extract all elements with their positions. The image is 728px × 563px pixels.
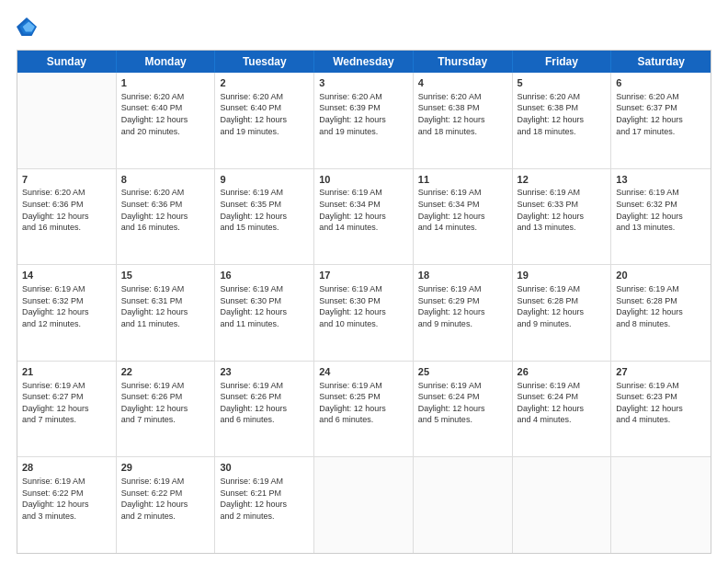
page: SundayMondayTuesdayWednesdayThursdayFrid… bbox=[0, 0, 728, 563]
logo-icon bbox=[17, 17, 37, 37]
day-number: 24 bbox=[319, 365, 408, 379]
day-cell-27: 27Sunrise: 6:19 AM Sunset: 6:23 PM Dayli… bbox=[611, 362, 711, 457]
empty-cell-4-3 bbox=[314, 457, 414, 553]
day-number: 26 bbox=[518, 365, 607, 379]
day-cell-25: 25Sunrise: 6:19 AM Sunset: 6:24 PM Dayli… bbox=[414, 362, 513, 457]
day-cell-5: 5Sunrise: 6:20 AM Sunset: 6:38 PM Daylig… bbox=[513, 73, 612, 168]
day-info: Sunrise: 6:19 AM Sunset: 6:26 PM Dayligh… bbox=[121, 380, 210, 426]
day-number: 25 bbox=[418, 365, 507, 379]
empty-cell-4-5 bbox=[513, 457, 612, 553]
day-info: Sunrise: 6:19 AM Sunset: 6:34 PM Dayligh… bbox=[319, 187, 408, 233]
day-cell-9: 9Sunrise: 6:19 AM Sunset: 6:35 PM Daylig… bbox=[215, 169, 314, 265]
day-number: 11 bbox=[418, 173, 507, 187]
day-info: Sunrise: 6:19 AM Sunset: 6:31 PM Dayligh… bbox=[121, 283, 210, 329]
day-number: 19 bbox=[518, 269, 607, 282]
calendar-header: SundayMondayTuesdayWednesdayThursdayFrid… bbox=[17, 51, 711, 73]
calendar: SundayMondayTuesdayWednesdayThursdayFrid… bbox=[17, 50, 711, 554]
day-info: Sunrise: 6:19 AM Sunset: 6:24 PM Dayligh… bbox=[518, 380, 607, 426]
day-cell-3: 3Sunrise: 6:20 AM Sunset: 6:39 PM Daylig… bbox=[314, 73, 414, 168]
day-number: 30 bbox=[220, 461, 309, 475]
calendar-row-5: 28Sunrise: 6:19 AM Sunset: 6:22 PM Dayli… bbox=[17, 457, 711, 553]
day-cell-16: 16Sunrise: 6:19 AM Sunset: 6:30 PM Dayli… bbox=[215, 265, 314, 361]
day-info: Sunrise: 6:19 AM Sunset: 6:28 PM Dayligh… bbox=[518, 283, 607, 329]
day-cell-2: 2Sunrise: 6:20 AM Sunset: 6:40 PM Daylig… bbox=[215, 73, 314, 168]
day-number: 22 bbox=[121, 365, 210, 379]
day-info: Sunrise: 6:19 AM Sunset: 6:32 PM Dayligh… bbox=[616, 187, 706, 233]
day-number: 23 bbox=[220, 365, 309, 379]
day-info: Sunrise: 6:20 AM Sunset: 6:38 PM Dayligh… bbox=[518, 91, 607, 137]
day-number: 10 bbox=[319, 173, 408, 187]
day-info: Sunrise: 6:20 AM Sunset: 6:38 PM Dayligh… bbox=[418, 91, 507, 137]
header-day-thursday: Thursday bbox=[414, 51, 513, 73]
day-cell-24: 24Sunrise: 6:19 AM Sunset: 6:25 PM Dayli… bbox=[314, 362, 414, 457]
day-number: 29 bbox=[121, 461, 210, 475]
calendar-row-3: 14Sunrise: 6:19 AM Sunset: 6:32 PM Dayli… bbox=[17, 265, 711, 362]
day-number: 13 bbox=[616, 173, 706, 187]
day-info: Sunrise: 6:19 AM Sunset: 6:21 PM Dayligh… bbox=[220, 476, 309, 522]
day-cell-28: 28Sunrise: 6:19 AM Sunset: 6:22 PM Dayli… bbox=[17, 457, 117, 553]
day-info: Sunrise: 6:19 AM Sunset: 6:25 PM Dayligh… bbox=[319, 380, 408, 426]
day-cell-4: 4Sunrise: 6:20 AM Sunset: 6:38 PM Daylig… bbox=[414, 73, 513, 168]
day-cell-10: 10Sunrise: 6:19 AM Sunset: 6:34 PM Dayli… bbox=[314, 169, 414, 265]
day-cell-13: 13Sunrise: 6:19 AM Sunset: 6:32 PM Dayli… bbox=[611, 169, 711, 265]
day-info: Sunrise: 6:19 AM Sunset: 6:32 PM Dayligh… bbox=[22, 283, 111, 329]
day-number: 8 bbox=[121, 173, 210, 187]
day-cell-12: 12Sunrise: 6:19 AM Sunset: 6:33 PM Dayli… bbox=[513, 169, 612, 265]
day-cell-7: 7Sunrise: 6:20 AM Sunset: 6:36 PM Daylig… bbox=[17, 169, 117, 265]
day-number: 27 bbox=[616, 365, 706, 379]
day-number: 4 bbox=[418, 76, 507, 90]
day-number: 6 bbox=[616, 76, 706, 90]
day-cell-1: 1Sunrise: 6:20 AM Sunset: 6:40 PM Daylig… bbox=[117, 73, 216, 168]
day-number: 18 bbox=[418, 269, 507, 282]
day-number: 21 bbox=[22, 365, 111, 379]
day-info: Sunrise: 6:19 AM Sunset: 6:28 PM Dayligh… bbox=[616, 283, 706, 329]
header-day-sunday: Sunday bbox=[17, 51, 117, 73]
day-cell-15: 15Sunrise: 6:19 AM Sunset: 6:31 PM Dayli… bbox=[117, 265, 216, 361]
day-cell-23: 23Sunrise: 6:19 AM Sunset: 6:26 PM Dayli… bbox=[215, 362, 314, 457]
day-info: Sunrise: 6:20 AM Sunset: 6:36 PM Dayligh… bbox=[121, 187, 210, 233]
day-cell-19: 19Sunrise: 6:19 AM Sunset: 6:28 PM Dayli… bbox=[513, 265, 612, 361]
calendar-row-1: 1Sunrise: 6:20 AM Sunset: 6:40 PM Daylig… bbox=[17, 73, 711, 169]
day-number: 15 bbox=[121, 269, 210, 282]
day-info: Sunrise: 6:19 AM Sunset: 6:23 PM Dayligh… bbox=[616, 380, 706, 426]
calendar-row-2: 7Sunrise: 6:20 AM Sunset: 6:36 PM Daylig… bbox=[17, 169, 711, 266]
empty-cell-4-6 bbox=[611, 457, 711, 553]
calendar-body: 1Sunrise: 6:20 AM Sunset: 6:40 PM Daylig… bbox=[17, 73, 711, 553]
logo bbox=[17, 17, 39, 40]
day-info: Sunrise: 6:19 AM Sunset: 6:34 PM Dayligh… bbox=[418, 187, 507, 233]
day-info: Sunrise: 6:19 AM Sunset: 6:33 PM Dayligh… bbox=[518, 187, 607, 233]
header-day-monday: Monday bbox=[117, 51, 216, 73]
day-cell-22: 22Sunrise: 6:19 AM Sunset: 6:26 PM Dayli… bbox=[117, 362, 216, 457]
day-info: Sunrise: 6:19 AM Sunset: 6:29 PM Dayligh… bbox=[418, 283, 507, 329]
header-day-wednesday: Wednesday bbox=[314, 51, 414, 73]
day-info: Sunrise: 6:20 AM Sunset: 6:40 PM Dayligh… bbox=[220, 91, 309, 137]
day-info: Sunrise: 6:19 AM Sunset: 6:24 PM Dayligh… bbox=[418, 380, 507, 426]
empty-cell-4-4 bbox=[414, 457, 513, 553]
day-cell-6: 6Sunrise: 6:20 AM Sunset: 6:37 PM Daylig… bbox=[611, 73, 711, 168]
day-number: 17 bbox=[319, 269, 408, 282]
day-info: Sunrise: 6:19 AM Sunset: 6:26 PM Dayligh… bbox=[220, 380, 309, 426]
day-cell-30: 30Sunrise: 6:19 AM Sunset: 6:21 PM Dayli… bbox=[215, 457, 314, 553]
day-number: 2 bbox=[220, 76, 309, 90]
day-info: Sunrise: 6:19 AM Sunset: 6:30 PM Dayligh… bbox=[220, 283, 309, 329]
day-cell-29: 29Sunrise: 6:19 AM Sunset: 6:22 PM Dayli… bbox=[117, 457, 216, 553]
day-number: 16 bbox=[220, 269, 309, 282]
header bbox=[17, 17, 711, 40]
day-info: Sunrise: 6:19 AM Sunset: 6:35 PM Dayligh… bbox=[220, 187, 309, 233]
day-info: Sunrise: 6:19 AM Sunset: 6:30 PM Dayligh… bbox=[319, 283, 408, 329]
day-number: 20 bbox=[616, 269, 706, 282]
day-info: Sunrise: 6:20 AM Sunset: 6:39 PM Dayligh… bbox=[319, 91, 408, 137]
day-info: Sunrise: 6:19 AM Sunset: 6:27 PM Dayligh… bbox=[22, 380, 111, 426]
empty-cell-0-0 bbox=[17, 73, 117, 168]
day-number: 28 bbox=[22, 461, 111, 475]
day-info: Sunrise: 6:20 AM Sunset: 6:36 PM Dayligh… bbox=[22, 187, 111, 233]
day-cell-21: 21Sunrise: 6:19 AM Sunset: 6:27 PM Dayli… bbox=[17, 362, 117, 457]
day-number: 5 bbox=[518, 76, 607, 90]
day-info: Sunrise: 6:20 AM Sunset: 6:40 PM Dayligh… bbox=[121, 91, 210, 137]
day-info: Sunrise: 6:19 AM Sunset: 6:22 PM Dayligh… bbox=[22, 476, 111, 522]
day-cell-18: 18Sunrise: 6:19 AM Sunset: 6:29 PM Dayli… bbox=[414, 265, 513, 361]
header-day-tuesday: Tuesday bbox=[215, 51, 314, 73]
day-number: 3 bbox=[319, 76, 408, 90]
header-day-saturday: Saturday bbox=[611, 51, 711, 73]
day-number: 14 bbox=[22, 269, 111, 282]
